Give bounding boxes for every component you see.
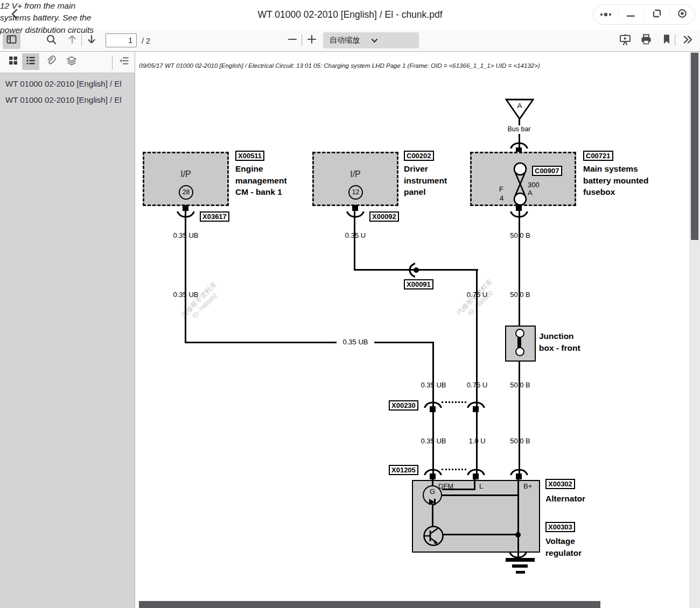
- transistor-symbol: [423, 525, 444, 549]
- more-tools-button[interactable]: [680, 33, 696, 48]
- zoom-select[interactable]: 自动缩放: [323, 32, 419, 48]
- outline-item[interactable]: WT 01000 02-2010 [English] / El: [0, 92, 135, 108]
- diagram-header: 09/05/17 WT 01000 02-2010 [English] / El…: [139, 62, 624, 69]
- wire-label: 0.75 U: [456, 381, 499, 389]
- minimize-icon: [627, 10, 635, 19]
- junction-dot: [515, 532, 521, 538]
- print-icon: [641, 34, 652, 47]
- wire: [185, 342, 434, 343]
- pin-square: [430, 473, 436, 479]
- component-name: Driver instrument panel: [404, 163, 447, 198]
- search-icon: [46, 34, 57, 47]
- wire-label: 0.75 U: [456, 291, 499, 299]
- wire-label: 50.0 B: [499, 381, 542, 389]
- ground-icon: [516, 571, 525, 574]
- layers-view-button[interactable]: [63, 53, 80, 70]
- generator-letter: G: [423, 487, 442, 496]
- wire-label: 50.0 B: [499, 437, 542, 445]
- wire: [519, 360, 520, 479]
- connector-id: X00230: [389, 400, 418, 411]
- connector-symbol: [346, 211, 365, 221]
- fuse-id: C00907: [532, 166, 562, 176]
- minimize-button[interactable]: [619, 5, 643, 24]
- print-button[interactable]: [639, 33, 654, 48]
- fuse-rating: 300 A: [528, 181, 540, 197]
- target-icon: [677, 9, 687, 20]
- wiring-diagram: 09/05/17 WT 01000 02-2010 [English] / El…: [0, 0, 94, 36]
- wire: [432, 504, 433, 526]
- wire-label: 0.35 UB: [412, 437, 455, 445]
- pin-square: [430, 406, 436, 412]
- plus-icon: [307, 34, 317, 46]
- target-button[interactable]: [670, 5, 695, 24]
- presentation-mode-button[interactable]: [618, 33, 633, 48]
- attachments-view-button[interactable]: [43, 53, 60, 70]
- wire: [443, 534, 519, 535]
- pin-square: [516, 205, 522, 211]
- more-icon: [599, 10, 612, 19]
- window-controls: [593, 4, 695, 25]
- presentation-icon: [619, 34, 631, 47]
- connector-id: X03617: [200, 211, 229, 222]
- pin-number: 12: [348, 185, 363, 200]
- outline-item[interactable]: WT 01000 02-2010 [English] / El: [0, 76, 135, 92]
- zoom-select-value: 自动缩放: [330, 36, 371, 45]
- bookmark-icon: [662, 34, 671, 47]
- restore-icon: [652, 9, 662, 20]
- connector-link: [442, 469, 466, 470]
- page-total: / 2: [142, 37, 150, 45]
- wire-label: 1.0 U: [456, 437, 499, 445]
- ground-icon: [512, 564, 528, 568]
- outline-icon: [26, 56, 36, 67]
- component-id: C00202: [404, 151, 434, 161]
- zoom-in-button[interactable]: [304, 33, 319, 48]
- splice-dot: [414, 267, 419, 273]
- divider: [302, 34, 302, 46]
- outline-view-button[interactable]: [22, 53, 39, 70]
- titlebar: WT 01000 02-2010 [English] / El - chunk.…: [0, 0, 700, 30]
- connector-id: X00092: [369, 211, 399, 222]
- power-letter: A: [505, 102, 534, 110]
- more-button[interactable]: [593, 5, 618, 24]
- pin-square: [183, 205, 188, 211]
- fuse-position: 4: [500, 194, 503, 202]
- horizontal-scrollbar-thumb[interactable]: [139, 601, 600, 608]
- wire: [185, 211, 186, 343]
- ground-icon: [506, 558, 535, 562]
- pin-label: L: [479, 482, 483, 490]
- wire: [476, 271, 478, 479]
- zoom-out-button[interactable]: [285, 33, 300, 48]
- wire: [517, 479, 519, 558]
- current-outline-item-icon: [119, 56, 129, 68]
- toolbar: / 2 自动缩放: [0, 30, 700, 52]
- junction-terminal: [515, 347, 524, 356]
- sidebar-header: [0, 52, 135, 73]
- pin-square: [473, 473, 479, 479]
- thumbnails-view-button[interactable]: [4, 53, 22, 70]
- divider: [675, 34, 675, 46]
- component-name: Voltage regulator: [545, 535, 582, 558]
- connector-id: X00091: [404, 279, 433, 289]
- divider: [81, 34, 82, 46]
- pin-square: [516, 473, 522, 479]
- current-outline-item-button[interactable]: [115, 53, 132, 70]
- sidebar-outline-panel: WT 01000 02-2010 [English] / El WT 01000…: [0, 73, 135, 608]
- vertical-scrollbar-thumb[interactable]: [691, 53, 698, 240]
- wire-label: 50.0 B: [499, 231, 542, 239]
- pin-type-label: I/P: [345, 169, 366, 179]
- page-number-input[interactable]: [106, 33, 137, 47]
- component-name: Alternator: [545, 493, 585, 505]
- minus-icon: [288, 34, 297, 46]
- restore-button[interactable]: [645, 5, 669, 24]
- divider: [112, 55, 113, 69]
- connector-link: [442, 401, 466, 403]
- wire: [442, 489, 475, 490]
- bookmark-button[interactable]: [659, 33, 674, 48]
- sidebar-toggle-icon: [6, 35, 17, 46]
- pin-square: [473, 406, 479, 412]
- component-name: Junction box - front: [539, 330, 580, 354]
- wire: [519, 117, 520, 125]
- bus-bar-label: Bus bar: [498, 125, 541, 133]
- pin-number: 28: [179, 185, 193, 200]
- pin-square: [352, 205, 358, 211]
